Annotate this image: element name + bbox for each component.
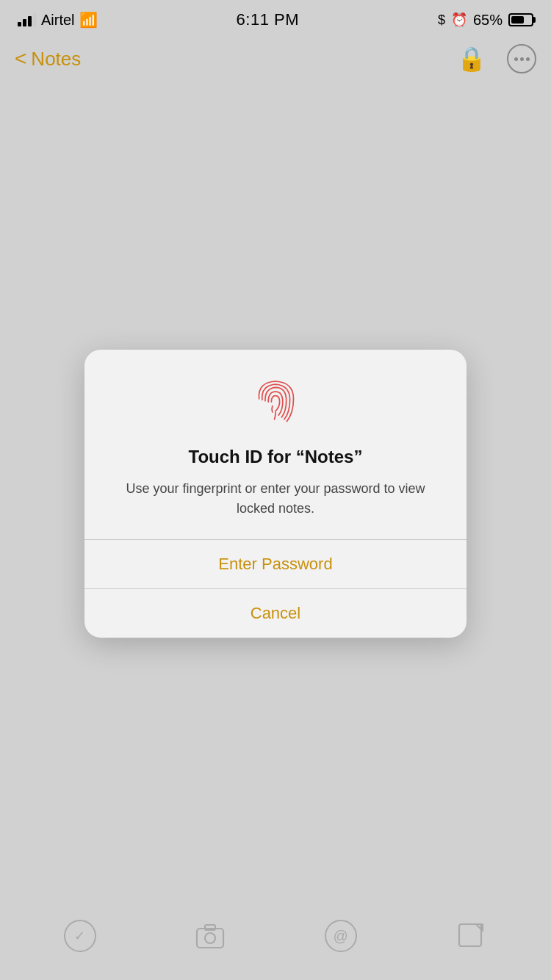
fingerprint-icon <box>250 376 301 428</box>
cancel-button[interactable]: Cancel <box>84 589 467 638</box>
camera-icon <box>194 920 226 952</box>
carrier-label: Airtel <box>41 12 75 29</box>
more-dot-2 <box>520 57 524 61</box>
lock-icon[interactable]: 🔒 <box>457 45 486 73</box>
signal-bars-icon <box>18 13 37 26</box>
dialog-title: Touch ID for “Notes” <box>111 445 440 468</box>
svg-rect-3 <box>459 924 481 946</box>
status-bar: Airtel 📶 6:11 PM $ ⏰ 65% <box>0 0 551 37</box>
touch-id-dialog: Touch ID for “Notes” Use your fingerprin… <box>84 350 467 637</box>
more-button[interactable] <box>507 44 536 73</box>
status-left: Airtel 📶 <box>18 11 98 29</box>
more-dot-1 <box>514 57 518 61</box>
back-chevron-icon: < <box>15 48 26 69</box>
location-icon: $ <box>438 12 445 28</box>
check-icon: ✓ <box>64 920 96 952</box>
back-button[interactable]: < Notes <box>15 48 81 71</box>
modal-overlay: Touch ID for “Notes” Use your fingerprin… <box>0 81 551 907</box>
dialog-subtitle: Use your fingerprint or enter your passw… <box>111 479 440 519</box>
at-sign-icon: @ <box>325 920 357 952</box>
battery-fill <box>511 16 524 24</box>
fingerprint-icon-container <box>111 376 440 428</box>
wifi-icon: 📶 <box>79 11 98 29</box>
dialog-body: Touch ID for “Notes” Use your fingerprin… <box>84 350 467 538</box>
status-right: $ ⏰ 65% <box>438 12 533 29</box>
compose-icon <box>455 920 487 952</box>
compose-button[interactable] <box>453 918 489 954</box>
camera-button[interactable] <box>192 918 228 954</box>
back-label: Notes <box>31 48 81 71</box>
enter-password-button[interactable]: Enter Password <box>84 540 467 588</box>
battery-percent: 65% <box>473 12 503 29</box>
svg-rect-2 <box>205 925 215 930</box>
svg-point-1 <box>205 933 215 943</box>
more-dot-3 <box>526 57 530 61</box>
status-time: 6:11 PM <box>237 10 299 29</box>
at-sign-button[interactable]: @ <box>323 918 359 954</box>
alarm-icon: ⏰ <box>451 12 467 28</box>
nav-bar: < Notes 🔒 <box>0 37 551 81</box>
checklist-button[interactable]: ✓ <box>62 918 98 954</box>
svg-rect-0 <box>197 929 223 948</box>
nav-right-actions: 🔒 <box>457 44 536 73</box>
bottom-toolbar: ✓ @ <box>0 907 551 980</box>
battery-icon <box>508 13 533 26</box>
